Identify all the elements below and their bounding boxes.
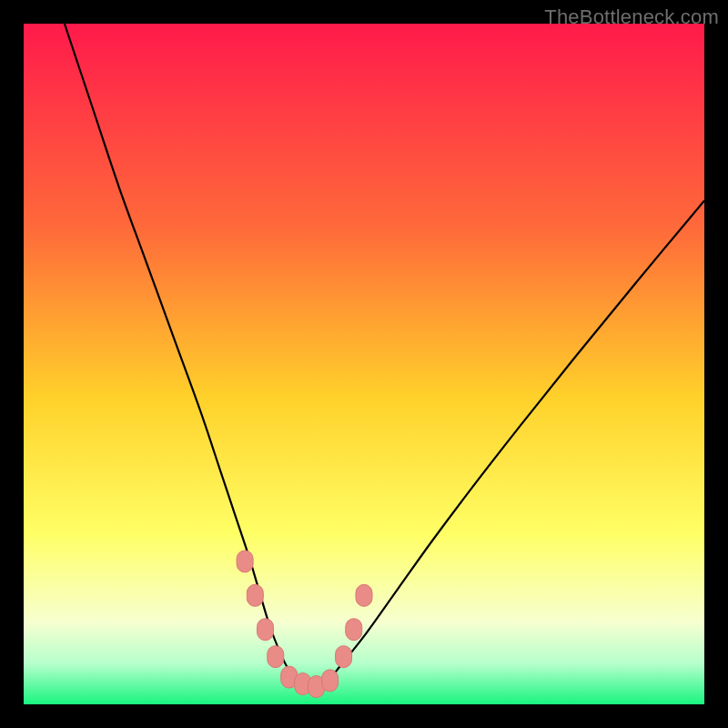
curve-marker	[247, 584, 263, 606]
curve-marker	[356, 584, 372, 606]
curve-marker	[268, 646, 284, 668]
watermark-text: TheBottleneck.com	[544, 5, 719, 29]
curve-marker	[258, 619, 274, 641]
curve-marker	[237, 551, 253, 572]
curve-marker	[322, 670, 339, 692]
chart-svg	[24, 24, 704, 704]
chart-plot-area	[24, 24, 704, 704]
chart-frame: TheBottleneck.com	[0, 0, 728, 728]
curve-marker	[336, 646, 352, 668]
curve-marker	[346, 619, 362, 641]
